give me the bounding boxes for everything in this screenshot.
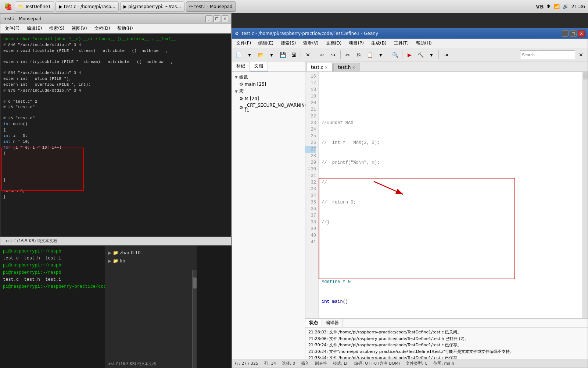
menu-help[interactable]: 帮助(H) [114, 25, 136, 32]
save-file-btn[interactable]: 💾 [277, 50, 288, 60]
menu-search[interactable]: 搜索(S) [46, 25, 67, 32]
redo-btn[interactable]: ↪ [328, 50, 338, 60]
new-file-btn[interactable]: 📄 [233, 50, 244, 60]
code-line-11: # 25 "test.c" [3, 116, 228, 121]
toolbar-dropdown1[interactable]: ▼ [244, 50, 255, 60]
goto-btn[interactable]: ⇥ [441, 50, 451, 60]
taskbar-btn-terminal1[interactable]: ▶ test.c - /home/pi/rasp... [55, 1, 118, 12]
code-line-2: # 846 "/usr/include/stdio.h" 3 4 [3, 42, 228, 48]
tab-docs[interactable]: 文档 [250, 61, 268, 71]
tree-item-lib[interactable]: ▶ 📁 lib [105, 257, 197, 265]
minimize-btn[interactable]: _ [205, 15, 212, 22]
raspberry-icon[interactable]: 🍓 [3, 1, 13, 12]
cut-btn[interactable]: ✂ [343, 50, 353, 60]
geany-menu-project[interactable]: 项目(P) [346, 39, 367, 47]
close-btn[interactable]: ✕ [222, 15, 228, 22]
taskbar-label-filemanager: TestDefine1 [25, 4, 51, 9]
tab-marks[interactable]: 标记 [232, 61, 250, 71]
tree-item-zbar[interactable]: ▶ 📁 zbar-0.10 [105, 249, 197, 257]
status-tab: 制表符 [315, 361, 327, 366]
tab-testh-close[interactable]: ✕ [352, 66, 355, 70]
taskbar-btn-mousepad[interactable]: ✏ test.i - Mousepad [186, 1, 236, 12]
gear-icon-main: ⚙ [239, 82, 243, 87]
toolbar-dropdown2[interactable]: ▼ [266, 50, 277, 60]
folder-icon-lib: 📁 [113, 258, 118, 263]
undo-btn[interactable]: ↩ [317, 50, 327, 60]
geany-menu-doc[interactable]: 文档(D) [323, 39, 345, 47]
tree-root-macros[interactable]: ▼ 宏 [233, 88, 304, 95]
ln-26: □26 [305, 139, 316, 146]
tab-testh[interactable]: test.h ✕ [333, 63, 360, 71]
build-btn[interactable]: 🔨 [415, 50, 426, 60]
geany-menu-file[interactable]: 文件(F) [233, 39, 254, 47]
code-line-4: extern int ftrylockfile (FILE *__stream)… [3, 59, 228, 65]
tree-item-M[interactable]: ⚙ M [24] [233, 95, 304, 102]
scrollbar-thumb[interactable] [583, 72, 588, 79]
msg-line-5: 21:35:44: 文件 /home/pi/raspberry-practice… [308, 355, 585, 359]
terminal2-icon: ▶ [123, 4, 127, 9]
gear-icon-crt: ⚙ [239, 105, 243, 110]
msg-line-2: 21:28:06: 文件 /home/pi/raspberry-practice… [308, 336, 585, 342]
geany-menu-build[interactable]: 生成(B) [368, 39, 390, 47]
tree-root-functions[interactable]: ▼ 函数 [233, 73, 304, 81]
menu-edit[interactable]: 编辑(E) [24, 25, 45, 32]
geany-menu-search[interactable]: 搜索(S) [278, 39, 299, 47]
run-btn[interactable]: ▶ [404, 50, 415, 60]
tree-item-main[interactable]: ⚙ main [25] [233, 81, 304, 88]
terminal-pane: ▶ 📁 zbar-0.10 ▶ 📁 lib 'test.i' (16.5 KB)… [0, 245, 232, 368]
fold-marker-33: - [309, 188, 311, 191]
tree-label-zbar: zbar-0.10 [120, 250, 140, 255]
status-col: 列: 14 [264, 361, 276, 366]
geany-minimize-btn[interactable]: _ [562, 30, 569, 37]
tree-status: 'test.i' (16.5 KB) 纯文本文档 [107, 361, 197, 367]
geany-menu-view[interactable]: 查看(V) [300, 39, 322, 47]
mousepad-icon: ✏ [189, 4, 193, 9]
copy-btn[interactable]: ⎘ [354, 50, 364, 60]
menu-view[interactable]: 视图(V) [69, 25, 90, 32]
taskbar-btn-filemanager[interactable]: 📁 TestDefine1 [15, 1, 54, 12]
code-ln-18: // printf("%d\n", m); [322, 159, 580, 166]
code-ln-20: // return 0; [322, 199, 580, 206]
taskbar-btn-terminal2[interactable]: ▶ pi@raspberrypi: ~/ras... [120, 1, 184, 12]
geany-menu-edit[interactable]: 编辑(E) [255, 39, 276, 47]
close-file-btn[interactable]: ✕ [303, 50, 313, 60]
msg-tab-status[interactable]: 状态 [305, 319, 322, 327]
geany-menu-help[interactable]: 帮助(H) [413, 39, 434, 47]
open-file-btn[interactable]: 📂 [255, 50, 266, 60]
tab-testc[interactable]: test.c ✕ [306, 63, 333, 71]
toolbar-dropdown3[interactable]: ▼ [376, 50, 386, 60]
tree-label-main: main [25] [245, 82, 266, 87]
mousepad-titlebar: test.i - Mousepad _ □ ✕ [0, 14, 231, 24]
mousepad-code-area[interactable]: extern char *ctermid (char *__s) __attri… [0, 33, 231, 237]
code-line-6: extern int __uflow (FILE *); [3, 76, 228, 82]
code-text-area[interactable]: //#undef MAX // int m = MAX(2, 3); // pr… [319, 72, 582, 318]
msg-content: 21:28:03: 文件 /home/pi/raspberry-practice… [305, 328, 588, 359]
geany-menu-tools[interactable]: 工具(T) [391, 39, 412, 47]
save-all-btn[interactable]: 🖫 [288, 50, 299, 60]
maximize-btn[interactable]: □ [214, 15, 220, 22]
ln-41: 41 [305, 239, 316, 245]
menu-file[interactable]: 文件(F) [2, 25, 22, 32]
ln-39: 39 [305, 226, 316, 232]
code-line-15: int n = 10; [3, 139, 228, 145]
tab-testc-close[interactable]: ✕ [325, 66, 327, 70]
search-input[interactable] [520, 50, 575, 59]
editor-scrollbar[interactable] [582, 72, 588, 318]
code-ln-22 [322, 239, 580, 245]
tree-item-crt[interactable]: ⚙ _CRT_SECURE_NO_WARNINGS [1 [233, 102, 304, 114]
term-prompt-1: pi@raspberrypi:~/raspb [3, 249, 61, 254]
mousepad-status-bar: 'test.i' (16.5 KB) 纯文本文档 [0, 237, 231, 245]
toolbar-dropdown4[interactable]: ▼ [426, 50, 437, 60]
paste-btn[interactable]: 📋 [365, 50, 375, 60]
geany-toolbar: 📄 ▼ 📂 ▼ 💾 🖫 ✕ ↩ ↪ ✂ ⎘ 📋 ▼ 🔍 ▶ 🔨 ▼ ⇥ ✕ [232, 48, 588, 61]
status-encoding: 编码: UTF-8 (含有 BOM) [354, 361, 400, 366]
msg-tab-compiler[interactable]: 编译器 [322, 319, 343, 327]
menu-doc[interactable]: 文档(D) [92, 25, 113, 32]
search-btn[interactable]: 🔍 [390, 50, 400, 60]
search-clear-btn[interactable]: ✕ [576, 50, 586, 60]
ln-38: 38 [305, 219, 316, 226]
sep4 [388, 50, 388, 59]
bluetooth-icon: ✱ [547, 4, 551, 9]
taskbar-label-terminal1: test.c - /home/pi/rasp... [64, 4, 115, 9]
sidebar-tabs: 标记 文档 [232, 61, 305, 72]
